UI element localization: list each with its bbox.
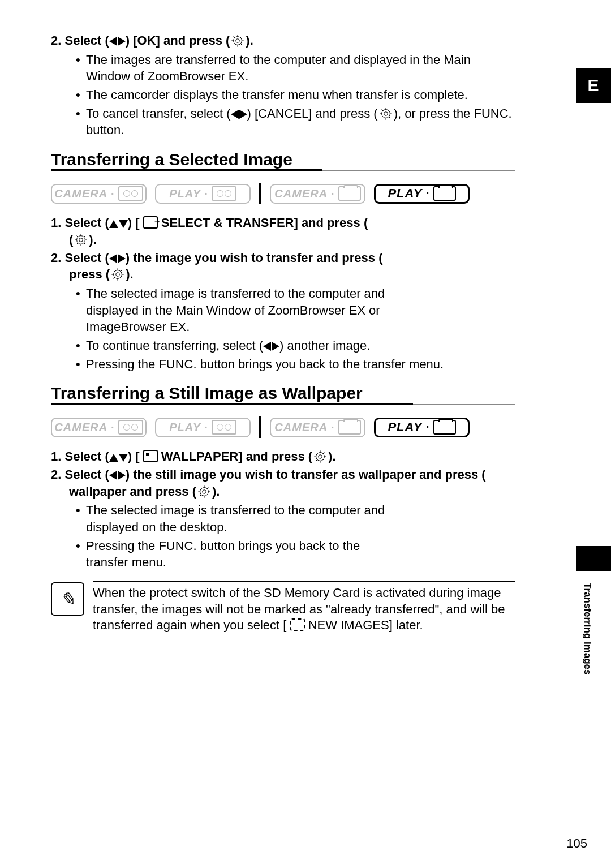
svg-point-1	[236, 39, 240, 43]
bullet-item: The camcorder displays the transfer menu…	[86, 87, 515, 104]
heading-transferring-wallpaper: Transferring a Still Image as Wallpaper	[51, 384, 515, 405]
mode-play-card-active: PLAY·	[374, 418, 470, 437]
bullet-item: To continue transferring, select () anot…	[86, 337, 515, 354]
step-number: 2.	[51, 467, 61, 482]
step-text: ) [OK] and press (	[126, 33, 230, 48]
step-number: 1.	[51, 449, 61, 463]
section-a-step-2: 2. Select () the image you wish to trans…	[51, 250, 515, 283]
note-text: When the protect switch of the SD Memory…	[93, 585, 515, 634]
set-dial-icon	[378, 106, 394, 122]
bullet-text: ) another image.	[279, 338, 370, 353]
mode-play-tape: PLAY·	[155, 418, 251, 437]
mode-label: CAMERA	[54, 187, 107, 200]
mode-label: PLAY	[388, 420, 422, 435]
bullet-text: ) [CANCEL] and press (	[247, 106, 378, 121]
left-right-icon	[263, 342, 279, 351]
step-text: ) the still image you wish to transfer a…	[126, 467, 486, 482]
mode-indicator-row: CAMERA· PLAY· CAMERA· PLAY·	[51, 183, 515, 204]
note-divider	[93, 581, 515, 582]
mode-label: PLAY	[169, 421, 201, 434]
section-b-bullets: The selected image is transferred to the…	[51, 502, 515, 571]
set-dial-icon	[73, 232, 89, 248]
step-number: 2.	[51, 33, 61, 48]
bullet-item: Pressing the FUNC. button brings you bac…	[86, 538, 403, 571]
bullet-text: To continue transferring, select (	[86, 338, 263, 353]
mode-label: PLAY	[388, 186, 422, 201]
svg-point-9	[319, 455, 322, 459]
note-text-part: NEW IMAGES] later.	[308, 618, 423, 632]
mode-label: PLAY	[169, 187, 201, 200]
step-text: ).	[212, 484, 220, 499]
page: E Transferring Images 105 2. Select () […	[0, 0, 611, 868]
section-b-step-1: 1. Select () [ WALLPAPER] and press ().	[51, 448, 515, 465]
set-dial-icon	[230, 33, 246, 49]
left-right-icon	[109, 37, 126, 46]
left-right-icon	[109, 254, 126, 263]
step-text: Select (	[64, 449, 109, 463]
left-right-icon	[109, 471, 126, 480]
new-images-mini-icon	[290, 618, 305, 631]
bullet-item: The selected image is transferred to the…	[86, 502, 403, 535]
select-transfer-mini-icon	[143, 216, 158, 229]
mode-label: CAMERA	[54, 421, 107, 434]
mode-label: CAMERA	[274, 187, 328, 200]
section-a-bullets: The selected image is transferred to the…	[51, 285, 515, 372]
step-text: Select (	[64, 467, 109, 482]
set-dial-icon	[196, 484, 212, 500]
svg-point-5	[79, 238, 83, 242]
wallpaper-mini-icon	[143, 450, 158, 462]
note-block: ✎ When the protect switch of the SD Memo…	[51, 581, 515, 634]
note-body: When the protect switch of the SD Memory…	[93, 581, 515, 634]
mode-play-tape: PLAY·	[155, 184, 251, 204]
section-tab-black	[576, 546, 611, 571]
step-text: ).	[126, 267, 133, 281]
step-number: 1.	[51, 216, 61, 230]
card-icon	[338, 186, 361, 201]
svg-point-3	[384, 111, 388, 115]
mode-camera-tape: CAMERA·	[51, 418, 147, 437]
tape-icon	[212, 420, 236, 435]
mode-label: CAMERA	[274, 421, 328, 434]
step-text: Select (	[64, 251, 109, 265]
content: 2. Select () [OK] and press (). The imag…	[51, 31, 515, 634]
mode-camera-tape: CAMERA·	[51, 184, 147, 204]
bullet-item: Pressing the FUNC. button brings you bac…	[86, 356, 515, 373]
step-text: ) the image you wish to transfer and pre…	[126, 251, 383, 265]
step-text: SELECT & TRANSFER] and press (	[161, 216, 368, 230]
set-dial-icon	[110, 267, 126, 282]
card-icon	[433, 420, 456, 435]
mode-camera-card: CAMERA·	[270, 184, 365, 204]
card-icon	[338, 420, 361, 435]
step-text: Select (	[64, 33, 109, 48]
svg-point-11	[203, 489, 206, 493]
mode-play-card-active: PLAY·	[374, 184, 470, 204]
tape-icon	[212, 186, 236, 201]
section-b-step-2: 2. Select () the still image you wish to…	[51, 466, 515, 500]
step-2: 2. Select () [OK] and press ().	[51, 32, 515, 49]
step-text: WALLPAPER] and press (	[161, 449, 312, 463]
note-icon: ✎	[51, 582, 84, 616]
step-text: Select (	[64, 216, 109, 230]
mode-divider	[259, 416, 261, 438]
bullet-text: To cancel transfer, select (	[86, 106, 231, 121]
page-number: 105	[566, 836, 587, 851]
step-number: 2.	[51, 251, 61, 265]
section-tab-label: Transferring Images	[582, 583, 593, 675]
tape-icon	[118, 420, 143, 435]
step-text: ).	[328, 449, 335, 463]
step-2-bullets: The images are transferred to the comput…	[51, 51, 515, 139]
left-right-icon	[231, 110, 247, 119]
step-text: ).	[89, 233, 96, 247]
card-icon	[433, 186, 456, 201]
language-tab-e: E	[576, 68, 611, 103]
svg-point-7	[116, 273, 120, 277]
set-dial-icon	[312, 449, 328, 465]
bullet-item: To cancel transfer, select () [CANCEL] a…	[86, 105, 515, 139]
mode-divider	[259, 183, 261, 204]
section-a-step-1: 1. Select () [ SELECT & TRANSFER] and pr…	[51, 214, 515, 248]
step-text: ) [	[128, 216, 140, 230]
step-text: ).	[246, 33, 253, 48]
mode-indicator-row: CAMERA· PLAY· CAMERA· PLAY·	[51, 416, 515, 438]
mode-camera-card: CAMERA·	[270, 418, 365, 437]
bullet-item: The selected image is transferred to the…	[86, 285, 403, 336]
